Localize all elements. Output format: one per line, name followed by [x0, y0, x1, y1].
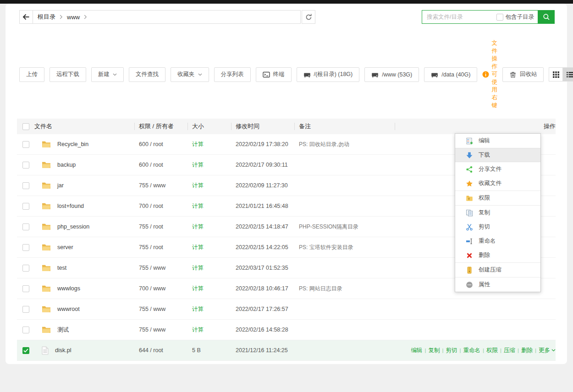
toolbar-button-分享列表[interactable]: 分享列表 [214, 67, 251, 82]
file-name-cell[interactable]: server [34, 244, 134, 251]
table-row[interactable]: disk.pl644 / root5 B2021/12/16 11:24:25编… [17, 340, 556, 361]
file-name-cell[interactable]: jar [34, 182, 134, 189]
file-size[interactable]: 计算 [192, 265, 204, 271]
file-name: php_session [57, 223, 89, 230]
toolbar-button-label: 收藏夹 [177, 71, 195, 78]
context-menu-item-属性[interactable]: 属性 [455, 278, 540, 292]
file-mtime: 2022/02/16 14:58:28 [231, 327, 294, 333]
row-checkbox[interactable] [22, 182, 29, 189]
row-action-重命名[interactable]: 重命名 [463, 347, 481, 354]
search-button[interactable] [538, 10, 555, 24]
row-checkbox[interactable] [22, 141, 29, 148]
disk-button[interactable]: /www (53G) [364, 67, 419, 82]
file-size[interactable]: 计算 [192, 141, 204, 147]
row-checkbox[interactable] [22, 203, 29, 210]
favorite-icon [466, 180, 473, 187]
table-row[interactable]: 测试755 / www计算2022/02/16 14:58:28 [17, 320, 556, 340]
file-size[interactable]: 计算 [192, 285, 204, 292]
context-menu-item-收藏文件[interactable]: 收藏文件 [455, 176, 540, 191]
search-input[interactable]: 搜索文件/目录 包含子目录 [422, 10, 538, 24]
toolbar-button-新建[interactable]: 新建 [91, 67, 124, 82]
row-checkbox[interactable] [22, 265, 29, 272]
path-row: 根目录www 搜索文件/目录 包含子目录 [6, 4, 567, 24]
toolbar-button-收藏夹[interactable]: 收藏夹 [171, 67, 209, 82]
row-action-更多[interactable]: 更多 [539, 347, 556, 354]
row-checkbox[interactable] [22, 347, 29, 354]
context-menu-item-重命名[interactable]: 重命名 [455, 234, 540, 248]
file-size[interactable]: 计算 [192, 327, 204, 333]
context-menu-item-复制[interactable]: 复制 [455, 206, 540, 220]
file-size[interactable]: 计算 [192, 162, 204, 168]
file-name-cell[interactable]: test [34, 264, 134, 272]
disk-button[interactable]: /data (40G) [424, 67, 477, 82]
refresh-icon [305, 13, 313, 21]
file-size[interactable]: 计算 [192, 306, 204, 312]
context-menu-item-剪切[interactable]: 剪切 [455, 220, 540, 234]
row-checkbox[interactable] [22, 327, 29, 333]
context-menu-item-label: 复制 [479, 209, 490, 217]
file-name-cell[interactable]: 测试 [34, 326, 134, 334]
toolbar-disk-buttons: /(根目录) (18G)/www (53G)/data (40G) [297, 67, 478, 82]
context-menu-item-创建压缩[interactable]: 创建压缩 [455, 263, 540, 277]
row-checkbox[interactable] [22, 244, 29, 251]
action-separator: | [518, 348, 519, 353]
recycle-bin-button[interactable]: 回收站 [502, 67, 544, 82]
select-all-checkbox[interactable] [22, 123, 29, 130]
grid-view-button[interactable] [549, 67, 563, 82]
context-menu-item-下载[interactable]: 下载 [455, 148, 540, 162]
toolbar-button-远程下载[interactable]: 远程下载 [50, 67, 86, 82]
list-view-button[interactable] [562, 67, 573, 82]
file-name-cell[interactable]: backup [34, 161, 134, 169]
row-checkbox[interactable] [22, 285, 29, 292]
toolbar-button-文件查找[interactable]: 文件查找 [129, 67, 165, 82]
header-file-name[interactable]: 文件名 [34, 119, 134, 134]
row-checkbox[interactable] [22, 162, 29, 169]
file-permission: 755 / www [134, 265, 187, 271]
file-size[interactable]: 计算 [192, 182, 204, 189]
row-action-编辑[interactable]: 编辑 [411, 347, 423, 354]
header-permission-owner[interactable]: 权限 / 所有者 [134, 119, 187, 134]
file-name-cell[interactable]: Recycle_bin [34, 141, 134, 148]
row-checkbox[interactable] [22, 306, 29, 313]
context-menu-item-权限[interactable]: 权限 [455, 191, 540, 205]
file-name-cell[interactable]: lost+found [34, 202, 134, 210]
header-mtime[interactable]: 修改时间 [231, 119, 294, 134]
header-note[interactable]: 备注 [294, 119, 395, 134]
breadcrumb-item[interactable]: www [67, 14, 80, 21]
file-note: PS: 宝塔软件安装目录 [294, 244, 395, 251]
path-breadcrumb[interactable]: 根目录www [33, 10, 301, 24]
header-size[interactable]: 大小 [187, 119, 231, 134]
file-name-cell[interactable]: wwwlogs [34, 285, 134, 292]
action-separator: | [535, 348, 536, 353]
context-menu-item-分享文件[interactable]: 分享文件 [455, 162, 540, 176]
file-name-cell[interactable]: php_session [34, 223, 134, 230]
refresh-button[interactable] [302, 10, 315, 24]
context-menu-item-label: 重命名 [479, 237, 496, 245]
file-name: wwwroot [57, 306, 80, 312]
recycle-bin-label: 回收站 [520, 71, 537, 78]
folder-icon [42, 141, 51, 148]
back-button[interactable] [19, 10, 33, 24]
row-action-权限[interactable]: 权限 [486, 347, 498, 354]
file-name-cell[interactable]: wwwroot [34, 305, 134, 313]
row-action-压缩[interactable]: 压缩 [504, 347, 515, 354]
disk-button[interactable]: /(根目录) (18G) [297, 67, 360, 82]
file-size[interactable]: 计算 [192, 244, 204, 250]
table-row[interactable]: wwwroot755 / www计算2022/02/17 17:26:57 [17, 299, 556, 320]
file-size[interactable]: 计算 [192, 223, 204, 230]
file-size[interactable]: 计算 [192, 203, 204, 209]
row-checkbox[interactable] [22, 223, 29, 230]
include-subdir-checkbox[interactable] [496, 14, 503, 21]
file-name-cell[interactable]: disk.pl [34, 346, 134, 355]
toolbar-button-终端[interactable]: 终端 [256, 67, 292, 82]
file-mtime: 2022/02/09 11:27:30 [231, 182, 294, 189]
include-subdir-label: 包含子目录 [506, 13, 534, 21]
include-subdir-option[interactable]: 包含子目录 [496, 13, 534, 21]
context-menu-item-编辑[interactable]: 编辑 [455, 134, 540, 148]
breadcrumb-item[interactable]: 根目录 [38, 13, 55, 21]
row-action-复制[interactable]: 复制 [429, 347, 440, 354]
row-action-删除[interactable]: 删除 [521, 347, 533, 354]
toolbar-button-上传[interactable]: 上传 [19, 67, 44, 82]
row-action-剪切[interactable]: 剪切 [446, 347, 457, 354]
context-menu-item-删除[interactable]: 删除 [455, 248, 540, 262]
